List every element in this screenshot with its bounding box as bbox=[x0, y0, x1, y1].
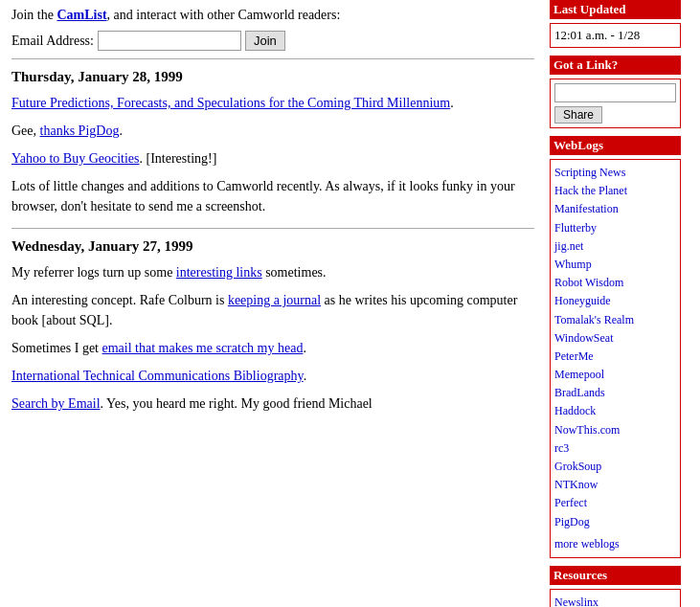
resource-newslinx[interactable]: Newslinx bbox=[554, 594, 676, 607]
intl-tech-comm-link[interactable]: International Technical Communications B… bbox=[11, 369, 304, 383]
post-1: Future Predictions, Forecasts, and Specu… bbox=[11, 93, 534, 113]
weblog-scripting-news[interactable]: Scripting News bbox=[554, 164, 676, 182]
weblog-perfect[interactable]: Perfect bbox=[554, 494, 676, 512]
got-link-header: Got a Link? bbox=[550, 56, 681, 75]
search-by-email-link[interactable]: Search by Email bbox=[11, 396, 101, 411]
post-wed-3-suffix: . bbox=[303, 341, 306, 355]
interesting-links-link[interactable]: interesting links bbox=[176, 265, 262, 280]
join-section: Join the CamList, and interact with othe… bbox=[11, 8, 534, 23]
divider-middle bbox=[11, 228, 534, 229]
post-wed-4: International Technical Communications B… bbox=[11, 366, 534, 386]
camlist-link[interactable]: CamList bbox=[56, 8, 106, 22]
keeping-journal-link[interactable]: keeping a journal bbox=[228, 293, 321, 307]
got-link-widget: Got a Link? Share bbox=[550, 56, 681, 128]
post-4: Lots of little changes and additions to … bbox=[11, 176, 534, 216]
share-button[interactable]: Share bbox=[554, 106, 602, 124]
email-scratch-link[interactable]: email that makes me scratch my head bbox=[102, 341, 304, 355]
post-wed-3-prefix: Sometimes I get bbox=[11, 341, 102, 355]
post-3-suffix: . [Interesting!] bbox=[140, 151, 217, 166]
weblog-manifestation[interactable]: Manifestation bbox=[554, 200, 676, 218]
weblogs-header: WebLogs bbox=[550, 136, 681, 155]
post-wed-3: Sometimes I get email that makes me scra… bbox=[11, 338, 534, 358]
join-text-before: Join the bbox=[11, 8, 56, 22]
post-wed-4-suffix: . bbox=[304, 369, 307, 383]
resources-header: Resources bbox=[550, 566, 681, 585]
post-2-suffix: . bbox=[119, 124, 123, 138]
weblog-flutterby[interactable]: Flutterby bbox=[554, 219, 676, 237]
weblog-hack-planet[interactable]: Hack the Planet bbox=[554, 182, 676, 200]
weblog-windowseat[interactable]: WindowSeat bbox=[554, 329, 676, 348]
weblog-haddock[interactable]: Haddock bbox=[554, 402, 676, 420]
weblog-jig-net[interactable]: jig.net bbox=[554, 237, 676, 256]
join-button[interactable]: Join bbox=[245, 31, 285, 51]
more-weblogs-link[interactable]: more weblogs bbox=[554, 535, 676, 553]
weblog-peterme[interactable]: PeterMe bbox=[554, 348, 676, 366]
sidebar: Last Updated 12:01 a.m. - 1/28 Got a Lin… bbox=[546, 0, 685, 607]
weblog-ntknow[interactable]: NTKnow bbox=[554, 476, 676, 494]
day-heading-thursday: Thursday, January 28, 1999 bbox=[11, 69, 534, 85]
post-2: Gee, thanks PigDog. bbox=[11, 121, 534, 141]
resources-body: Newslinx Newshub Excite Newstracker bbox=[550, 589, 681, 607]
weblog-pigdog[interactable]: PigDog bbox=[554, 513, 676, 531]
weblog-honeyguide[interactable]: Honeyguide bbox=[554, 292, 676, 310]
weblog-rc3[interactable]: rc3 bbox=[554, 439, 676, 458]
weblogs-body: Scripting News Hack the Planet Manifesta… bbox=[550, 159, 681, 558]
resources-widget: Resources Newslinx Newshub Excite Newstr… bbox=[550, 566, 681, 607]
post-2-text: Gee, bbox=[11, 124, 40, 138]
main-content: Join the CamList, and interact with othe… bbox=[0, 0, 546, 607]
weblog-whump[interactable]: Whump bbox=[554, 256, 676, 274]
email-row: Email Address: Join bbox=[11, 31, 534, 51]
yahoo-geocities-link[interactable]: Yahoo to Buy Geocities bbox=[11, 151, 140, 166]
join-text-after: , and interact with other Camworld reade… bbox=[107, 8, 341, 22]
last-updated-header: Last Updated bbox=[550, 0, 681, 19]
post-1-suffix: . bbox=[450, 96, 454, 110]
weblog-robot-wisdom[interactable]: Robot Wisdom bbox=[554, 274, 676, 292]
got-link-input[interactable] bbox=[554, 83, 676, 102]
email-input[interactable] bbox=[98, 31, 241, 51]
weblog-tomalak[interactable]: Tomalak's Realm bbox=[554, 311, 676, 329]
weblog-bradlands[interactable]: BradLands bbox=[554, 384, 676, 402]
post-wed-2: An interesting concept. Rafe Colburn is … bbox=[11, 290, 534, 330]
day-section-wednesday: Wednesday, January 27, 1999 My referrer … bbox=[11, 238, 534, 414]
post-wed-5: Search by Email. Yes, you heard me right… bbox=[11, 393, 534, 414]
post-4-text: Lots of little changes and additions to … bbox=[11, 179, 515, 214]
weblogs-widget: WebLogs Scripting News Hack the Planet M… bbox=[550, 136, 681, 558]
divider-top bbox=[11, 58, 534, 59]
future-predictions-link[interactable]: Future Predictions, Forecasts, and Specu… bbox=[11, 96, 450, 110]
day-heading-wednesday: Wednesday, January 27, 1999 bbox=[11, 238, 534, 255]
last-updated-widget: Last Updated 12:01 a.m. - 1/28 bbox=[550, 0, 681, 48]
post-wed-5-suffix: . Yes, you heard me right. My good frien… bbox=[101, 396, 373, 411]
email-label: Email Address: bbox=[11, 34, 94, 49]
post-wed-1: My referrer logs turn up some interestin… bbox=[11, 262, 534, 282]
thanks-pigdog-link[interactable]: thanks PigDog bbox=[40, 124, 120, 138]
post-wed-1-suffix: sometimes. bbox=[262, 265, 327, 280]
last-updated-value: 12:01 a.m. - 1/28 bbox=[550, 23, 681, 48]
post-wed-1-prefix: My referrer logs turn up some bbox=[11, 265, 176, 280]
weblog-groksoup[interactable]: GrokSoup bbox=[554, 458, 676, 476]
post-wed-2-prefix: An interesting concept. Rafe Colburn is bbox=[11, 293, 228, 307]
day-section-thursday: Thursday, January 28, 1999 Future Predic… bbox=[11, 69, 534, 216]
got-link-body: Share bbox=[550, 79, 681, 128]
weblog-nowthis[interactable]: NowThis.com bbox=[554, 421, 676, 439]
weblog-memepool[interactable]: Memepool bbox=[554, 366, 676, 384]
post-3: Yahoo to Buy Geocities. [Interesting!] bbox=[11, 148, 534, 169]
